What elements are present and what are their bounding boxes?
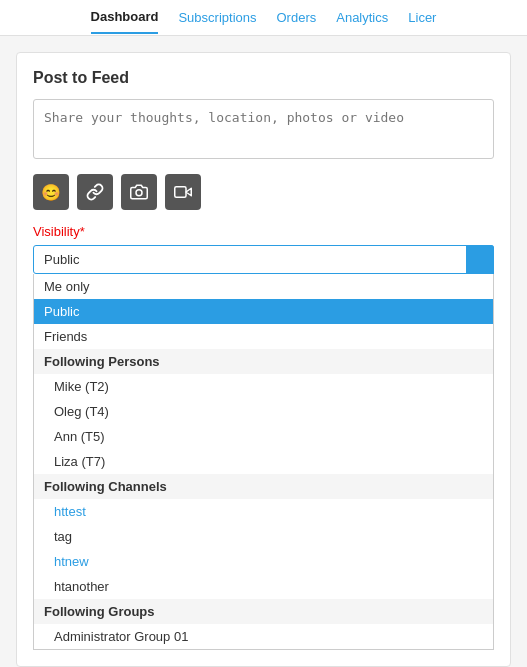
dropdown-item-liza[interactable]: Liza (T7)	[34, 449, 493, 474]
video-icon-button[interactable]	[165, 174, 201, 210]
dropdown-item-friends[interactable]: Friends	[34, 324, 493, 349]
dropdown-group-following-persons: Following Persons	[34, 349, 493, 374]
svg-rect-2	[175, 187, 186, 198]
nav-orders[interactable]: Orders	[277, 2, 317, 33]
visibility-select[interactable]: Public ▼	[33, 245, 494, 274]
dropdown-item-mike[interactable]: Mike (T2)	[34, 374, 493, 399]
dropdown-item-htanother[interactable]: htanother	[34, 574, 493, 599]
top-navigation: Dashboard Subscriptions Orders Analytics…	[0, 0, 527, 36]
main-content: Post to Feed 😊	[0, 36, 527, 667]
dropdown-item-tag[interactable]: tag	[34, 524, 493, 549]
required-mark: *	[80, 224, 85, 239]
visibility-selected-value: Public	[44, 252, 79, 267]
dropdown-group-following-channels: Following Channels	[34, 474, 493, 499]
svg-marker-1	[186, 188, 191, 196]
dropdown-item-public[interactable]: Public	[34, 299, 493, 324]
post-icons-bar: 😊	[33, 174, 494, 210]
post-feed-title: Post to Feed	[33, 69, 494, 87]
camera-icon-button[interactable]	[121, 174, 157, 210]
dropdown-item-admin-group[interactable]: Administrator Group 01	[34, 624, 493, 649]
visibility-dropdown: Me only Public Friends Following Persons…	[33, 274, 494, 650]
dropdown-item-ann[interactable]: Ann (T5)	[34, 424, 493, 449]
visibility-label: Visibility*	[33, 224, 494, 239]
nav-licer[interactable]: Licer	[408, 2, 436, 33]
dropdown-item-oleg[interactable]: Oleg (T4)	[34, 399, 493, 424]
dropdown-item-httest[interactable]: httest	[34, 499, 493, 524]
nav-analytics[interactable]: Analytics	[336, 2, 388, 33]
post-textarea[interactable]	[33, 99, 494, 159]
dropdown-item-me-only[interactable]: Me only	[34, 274, 493, 299]
dropdown-item-htnew[interactable]: htnew	[34, 549, 493, 574]
nav-dashboard[interactable]: Dashboard	[91, 1, 159, 34]
emoji-icon-button[interactable]: 😊	[33, 174, 69, 210]
visibility-select-wrapper[interactable]: Public ▼ Me only Public Friends Followin…	[33, 245, 494, 650]
link-icon-button[interactable]	[77, 174, 113, 210]
nav-subscriptions[interactable]: Subscriptions	[178, 2, 256, 33]
dropdown-group-following-groups: Following Groups	[34, 599, 493, 624]
post-feed-card: Post to Feed 😊	[16, 52, 511, 667]
svg-point-0	[136, 190, 142, 196]
